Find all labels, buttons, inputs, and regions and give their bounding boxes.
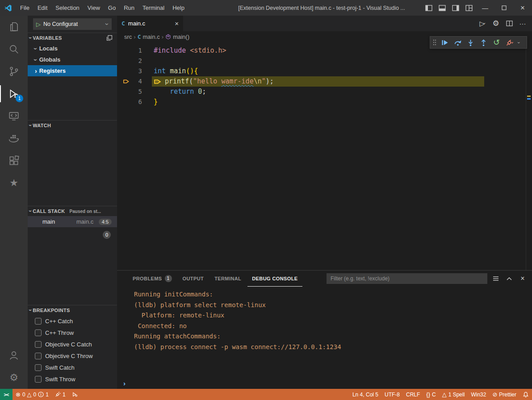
checkbox[interactable]: [35, 364, 42, 371]
menu-go[interactable]: Go: [104, 0, 120, 16]
close-panel-icon[interactable]: ×: [518, 274, 528, 283]
ports-indicator[interactable]: 1: [52, 389, 69, 400]
debug-session-chevron-icon[interactable]: ›: [516, 40, 521, 45]
prettier-indicator[interactable]: ⊘ Prettier: [489, 389, 519, 400]
code-text[interactable]: }: [152, 97, 158, 107]
gutter[interactable]: [117, 87, 130, 97]
line-number[interactable]: 5: [130, 87, 142, 97]
notifications-bell-icon[interactable]: [519, 389, 532, 400]
close-tab-icon[interactable]: ×: [175, 20, 179, 27]
maximize-button[interactable]: [494, 0, 513, 16]
code-editor[interactable]: 1 #include <stdio.h> 2 3 int main(){: [117, 42, 532, 270]
eol-indicator[interactable]: CRLF: [403, 389, 423, 400]
debug-disconnect-icon[interactable]: [503, 37, 516, 48]
panel-menu-lines-icon[interactable]: [491, 274, 501, 283]
code-text[interactable]: printf("hello wamr-ide\n");: [152, 76, 484, 87]
split-editor-icon[interactable]: [503, 18, 515, 29]
collapse-all-icon[interactable]: [106, 35, 113, 41]
start-debug-icon[interactable]: ▷: [36, 21, 41, 28]
checkbox[interactable]: [35, 376, 42, 383]
docker-icon[interactable]: [0, 127, 28, 150]
watch-header[interactable]: › WATCH: [28, 121, 117, 130]
platform-indicator[interactable]: Win32: [468, 389, 489, 400]
gutter[interactable]: [117, 56, 130, 66]
checkbox[interactable]: [35, 329, 42, 336]
gutter[interactable]: [117, 46, 130, 56]
debug-restart-icon[interactable]: ↺: [490, 37, 503, 48]
gutter[interactable]: [117, 97, 130, 107]
toggle-panel-icon[interactable]: [436, 0, 449, 16]
editor-scrollbar[interactable]: [526, 42, 532, 270]
editor-settings-gear-icon[interactable]: ⚙: [490, 18, 502, 29]
stack-frame-row[interactable]: main main.c 4:5: [28, 216, 117, 227]
debug-status-indicator[interactable]: [69, 389, 81, 400]
explorer-icon[interactable]: [0, 16, 28, 38]
problems-indicator[interactable]: ⊗ 0 △ 0 1: [13, 389, 52, 400]
variables-header[interactable]: › VARIABLES: [28, 33, 117, 43]
close-window-button[interactable]: ×: [513, 0, 532, 16]
line-number[interactable]: 2: [130, 56, 142, 66]
code-text[interactable]: #include <stdio.h>: [152, 46, 226, 56]
debug-continue-icon[interactable]: [438, 37, 451, 48]
debug-console-input[interactable]: [128, 379, 532, 387]
debug-step-over-icon[interactable]: [451, 37, 464, 48]
breadcrumb-file[interactable]: Cmain.c: [138, 33, 160, 40]
scope-label: Locals: [39, 45, 58, 52]
debug-step-out-icon[interactable]: [477, 37, 490, 48]
remote-explorer-icon[interactable]: [0, 105, 28, 127]
settings-gear-icon[interactable]: ⚙: [0, 367, 28, 389]
menu-run[interactable]: Run: [120, 0, 138, 16]
more-actions-icon[interactable]: ···: [517, 18, 528, 29]
spell-checker-indicator[interactable]: △ 1 Spell: [439, 389, 468, 400]
code-text[interactable]: [152, 56, 154, 66]
language-mode-indicator[interactable]: {} C: [423, 389, 439, 400]
menu-help[interactable]: Help: [168, 0, 189, 16]
breadcrumb-symbol[interactable]: main(): [165, 33, 189, 40]
variables-scope-locals[interactable]: › Locals: [28, 43, 117, 54]
code-text[interactable]: int main(){: [152, 66, 198, 76]
minimize-button[interactable]: —: [476, 0, 494, 16]
line-number[interactable]: 3: [130, 66, 142, 76]
gutter[interactable]: [117, 66, 130, 76]
tab-output[interactable]: OUTPUT: [178, 271, 209, 287]
checkbox[interactable]: [35, 318, 42, 325]
run-c-file-icon[interactable]: ▷›: [477, 18, 488, 29]
line-number[interactable]: 6: [130, 97, 142, 107]
line-number[interactable]: 1: [130, 46, 142, 56]
checkbox[interactable]: [35, 353, 42, 359]
cursor-position-indicator[interactable]: Ln 4, Col 5: [349, 389, 381, 400]
encoding-indicator[interactable]: UTF-8: [381, 389, 403, 400]
accounts-icon[interactable]: [0, 344, 28, 367]
tab-problems[interactable]: PROBLEMS 1: [128, 271, 176, 287]
line-number[interactable]: 4: [130, 76, 142, 87]
toggle-secondary-sidebar-icon[interactable]: [449, 0, 462, 16]
extensions-icon[interactable]: [0, 150, 28, 172]
breakpoints-header[interactable]: › BREAKPOINTS: [28, 305, 117, 315]
menu-selection[interactable]: Selection: [51, 0, 83, 16]
run-and-debug-icon[interactable]: 1: [0, 83, 28, 105]
remote-indicator[interactable]: ><: [0, 389, 13, 400]
tab-terminal[interactable]: TERMINAL: [210, 271, 246, 287]
variables-scope-globals[interactable]: › Globals: [28, 54, 117, 65]
search-icon[interactable]: [0, 38, 28, 60]
tab-main-c[interactable]: C main.c ×: [117, 16, 183, 31]
tab-debug-console[interactable]: DEBUG CONSOLE: [247, 271, 302, 287]
debug-config-dropdown[interactable]: ▷ No Configurat ›: [33, 18, 112, 30]
code-text[interactable]: return 0;: [152, 87, 206, 97]
gutter[interactable]: [117, 76, 130, 87]
toolbar-drag-grip[interactable]: [431, 39, 438, 46]
debug-step-into-icon[interactable]: [464, 37, 477, 48]
menu-file[interactable]: File: [16, 0, 34, 16]
breadcrumb-folder[interactable]: src: [124, 33, 132, 40]
maximize-panel-chevron-icon[interactable]: [504, 274, 514, 283]
console-filter-input[interactable]: [327, 273, 487, 284]
source-control-icon[interactable]: [0, 60, 28, 83]
customize-layout-icon[interactable]: [462, 0, 476, 16]
menu-view[interactable]: View: [84, 0, 104, 16]
variables-scope-registers[interactable]: › Registers: [28, 65, 117, 76]
checkbox[interactable]: [35, 341, 42, 348]
menu-edit[interactable]: Edit: [34, 0, 51, 16]
menu-terminal[interactable]: Terminal: [138, 0, 168, 16]
call-stack-header[interactable]: › CALL STACK Paused on st...: [28, 206, 117, 216]
favorites-star-icon[interactable]: ★: [0, 172, 28, 194]
